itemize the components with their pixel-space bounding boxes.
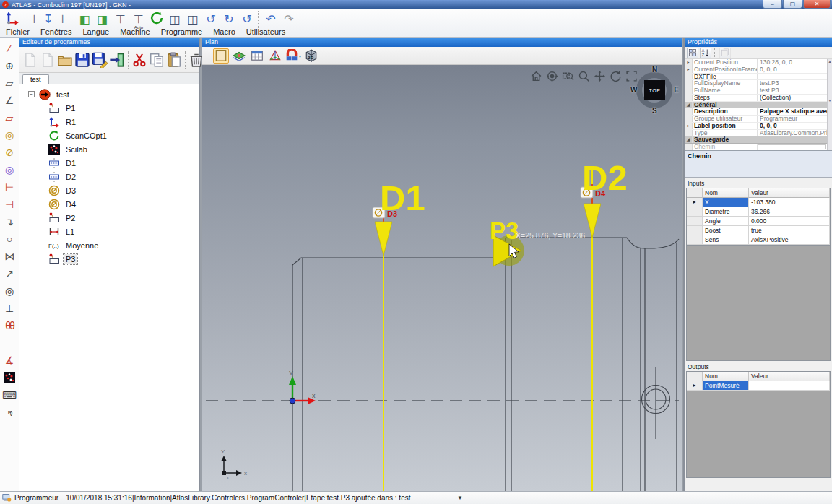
tree-item-p2[interactable]: P2 bbox=[20, 211, 199, 225]
d1-arrow[interactable] bbox=[375, 222, 392, 256]
property-row-fullname[interactable]: FullNametest.P3 bbox=[685, 87, 832, 95]
view-layers-button[interactable] bbox=[231, 48, 247, 64]
maximize-button[interactable]: ▢ bbox=[783, 0, 802, 9]
view-compass[interactable]: TOP N S E W bbox=[633, 68, 677, 113]
redo-button[interactable]: ↷ bbox=[280, 10, 298, 29]
tool-separator-line[interactable]: ― bbox=[1, 334, 18, 352]
tool-circle[interactable]: ○ bbox=[1, 230, 18, 248]
property-value[interactable]: 0, 0, 0 bbox=[758, 123, 827, 129]
probe-box-left-button[interactable]: ◧ bbox=[76, 10, 93, 29]
input-row-diamètre[interactable]: Diamètre36.266 bbox=[687, 207, 830, 217]
tree-item-scilab[interactable]: Scilab bbox=[20, 142, 199, 156]
output-name-cell[interactable]: PointMesuré bbox=[703, 381, 749, 391]
tool-angle-measure[interactable]: ∡ bbox=[1, 352, 18, 369]
property-value[interactable]: (Collection) bbox=[758, 95, 827, 101]
row-selector-icon[interactable] bbox=[687, 226, 703, 235]
tool-double-circle[interactable]: ◎ bbox=[1, 282, 18, 300]
tree-item-d2[interactable]: D2 bbox=[20, 170, 199, 183]
close-button[interactable]: ✕ bbox=[803, 0, 831, 9]
d2-marker-label[interactable]: D2 bbox=[582, 158, 628, 197]
menu-macro[interactable]: Macro bbox=[213, 27, 235, 36]
row-selector-icon[interactable]: ▸ bbox=[687, 381, 703, 391]
tree-item-moyenne[interactable]: F(..)Moyenne bbox=[20, 238, 199, 252]
property-row-type[interactable]: TypeAtlasLibrary.Common.Primitives.Pro bbox=[685, 130, 832, 137]
nav-rotate-button[interactable] bbox=[608, 69, 623, 83]
property-value[interactable]: test.P3 bbox=[758, 87, 827, 94]
input-row-boost[interactable]: Boosttrue bbox=[687, 226, 830, 235]
menu-machine[interactable]: Machine bbox=[120, 27, 150, 36]
frame-box-1-button[interactable]: ◫ bbox=[166, 10, 183, 29]
scan-rotation-button[interactable] bbox=[148, 10, 165, 29]
cut-button[interactable] bbox=[131, 50, 147, 70]
probe-rotate-down-button[interactable]: ↧ bbox=[40, 10, 57, 29]
probe-box-right-button[interactable]: ◨ bbox=[94, 10, 111, 29]
tree-item-d3[interactable]: D3 bbox=[20, 183, 199, 197]
row-selector-icon[interactable]: ▸ bbox=[687, 198, 703, 207]
tree-item-d4[interactable]: D4 bbox=[20, 197, 199, 211]
input-row-x[interactable]: ▸X-103.380 bbox=[687, 198, 830, 207]
d2-arrow[interactable] bbox=[584, 204, 601, 238]
property-row-groupeutilisateur[interactable]: Groupe utilisateurProgrammeur bbox=[685, 116, 832, 123]
view-plan-button[interactable] bbox=[213, 48, 229, 64]
property-value[interactable] bbox=[758, 74, 827, 80]
tree-item-test[interactable]: −test bbox=[20, 87, 199, 101]
menu-fichier[interactable]: Fichier bbox=[6, 27, 30, 36]
tool-function[interactable]: F(..) bbox=[1, 404, 18, 421]
tool-diameter-1[interactable]: ◎ bbox=[1, 126, 18, 144]
frame-box-2-button[interactable]: ◫ bbox=[184, 10, 202, 29]
tool-angle-line[interactable]: ∠ bbox=[1, 92, 18, 109]
machine-axes-button[interactable] bbox=[4, 10, 21, 29]
tool-distance-h[interactable]: ⊣ bbox=[1, 196, 18, 213]
property-value[interactable]: test.P3 bbox=[758, 80, 827, 87]
expand-icon[interactable]: ▸ bbox=[685, 66, 693, 73]
property-row-dxffile[interactable]: DXFFile bbox=[685, 74, 832, 81]
row-selector-icon[interactable] bbox=[687, 207, 703, 217]
expand-icon[interactable]: ▸ bbox=[685, 123, 693, 129]
tool-corner-radius[interactable]: ↴ bbox=[1, 213, 18, 230]
p3-marker-label[interactable]: P3 bbox=[490, 217, 519, 244]
property-row-currentposition[interactable]: ▸Current Position130.28, 0, 0 bbox=[685, 59, 832, 66]
export-program-button[interactable] bbox=[109, 50, 125, 70]
tree-item-d1[interactable]: D1 bbox=[20, 156, 199, 170]
copy-button[interactable] bbox=[149, 50, 165, 70]
compass-top-face[interactable]: TOP bbox=[644, 80, 665, 100]
snap-magnet-button[interactable]: ▾ bbox=[285, 48, 301, 64]
property-value[interactable]: 130.28, 0, 0 bbox=[758, 59, 827, 66]
paste-button[interactable] bbox=[166, 50, 182, 70]
tree-item-p1[interactable]: P1 bbox=[20, 101, 199, 115]
probe-auto-button[interactable]: ⊤Auto bbox=[130, 10, 147, 29]
tree-expander-icon[interactable]: − bbox=[28, 91, 35, 97]
compass-north[interactable]: N bbox=[652, 66, 657, 74]
status-dropdown-caret[interactable]: ▼ bbox=[457, 495, 463, 501]
probe-flat-button[interactable]: ⊤ bbox=[112, 10, 129, 29]
snap-magnet-dropdown-caret[interactable]: ▾ bbox=[299, 53, 301, 58]
input-row-angle[interactable]: Angle0.000 bbox=[687, 217, 830, 226]
property-value[interactable]: Palpage X statique avec le c bbox=[758, 108, 827, 115]
probe-horizontal-button[interactable]: ⊣ bbox=[22, 10, 39, 29]
property-row-fulldisplayname[interactable]: FullDisplayNametest.P3 bbox=[685, 80, 832, 87]
tool-distance-x[interactable]: ⊢ bbox=[1, 178, 18, 196]
input-value-cell[interactable]: -103.380 bbox=[749, 198, 830, 207]
compass-west[interactable]: W bbox=[630, 86, 637, 94]
view-grid-button[interactable] bbox=[249, 48, 265, 64]
minimize-button[interactable]: – bbox=[763, 0, 782, 9]
tool-keyboard[interactable]: ⌨ bbox=[1, 386, 18, 404]
input-name-cell[interactable]: X bbox=[703, 198, 749, 207]
nav-zoom-button[interactable] bbox=[576, 69, 591, 83]
category-collapse-icon[interactable]: ◢ bbox=[685, 102, 693, 108]
nav-pan-button[interactable] bbox=[592, 69, 607, 83]
output-col-valeur[interactable]: Valeur bbox=[749, 372, 830, 381]
output-row-pointmesuré[interactable]: ▸PointMesuré bbox=[687, 381, 830, 391]
tree-item-r1[interactable]: R1 bbox=[20, 115, 199, 129]
tab-test[interactable]: test bbox=[22, 74, 49, 84]
property-row-steps[interactable]: Steps(Collection) bbox=[685, 95, 832, 102]
view-3d-button[interactable]: 3D bbox=[303, 48, 319, 64]
menu-fentres[interactable]: Fenêtres bbox=[40, 27, 72, 36]
property-row-currentpositioninframe[interactable]: ▸CurrentPositionInFrame0, 0, 0 bbox=[685, 66, 832, 74]
input-value-cell[interactable]: 36.266 bbox=[749, 207, 830, 217]
alphabetical-sort-button[interactable]: AZ bbox=[700, 48, 711, 58]
tool-concentricity[interactable]: ◎ bbox=[1, 161, 18, 178]
tree-item-scancopt1[interactable]: ScanCOpt1 bbox=[20, 129, 199, 142]
property-row-description[interactable]: DescriptionPalpage X statique avec le c bbox=[685, 108, 832, 116]
categorized-view-button[interactable] bbox=[687, 48, 698, 58]
